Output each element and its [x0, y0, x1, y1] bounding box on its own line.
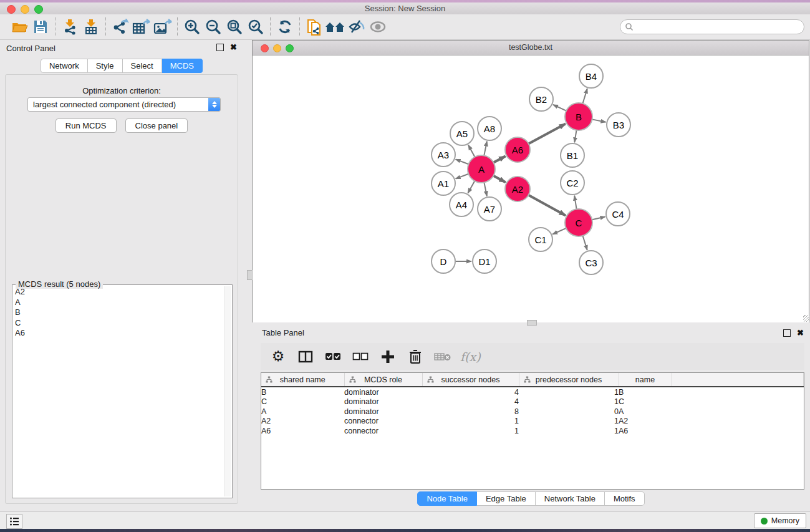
table-row-A6[interactable]: A6connector11A6	[261, 426, 804, 436]
edge-C-C1[interactable]	[552, 228, 566, 235]
network-node-D[interactable]: D	[431, 249, 456, 274]
edge-A-A5[interactable]	[468, 145, 475, 157]
close-panel-icon[interactable]: ✖	[230, 44, 237, 51]
select-all-button[interactable]	[322, 346, 344, 367]
mcds-result-item[interactable]: A	[12, 297, 224, 308]
clone-network-button[interactable]	[304, 17, 325, 37]
tab-network[interactable]: Network	[41, 59, 88, 73]
search-input[interactable]	[636, 22, 804, 32]
show-task-history-button[interactable]	[6, 514, 22, 529]
network-node-A2[interactable]: A2	[504, 176, 531, 202]
network-node-A4[interactable]: A4	[449, 192, 474, 217]
import-table-button[interactable]	[80, 17, 102, 37]
minimize-network-button[interactable]	[273, 44, 281, 52]
zoom-out-button[interactable]	[203, 17, 224, 37]
run-mcds-button[interactable]: Run MCDS	[55, 118, 117, 133]
memory-button[interactable]: Memory	[754, 513, 806, 528]
edge-C-C4[interactable]	[592, 217, 605, 220]
open-session-button[interactable]	[9, 17, 30, 37]
zoom-in-button[interactable]	[181, 17, 203, 37]
criterion-select[interactable]: largest connected component (directed)	[27, 97, 221, 112]
network-horizontal-scroll-thumb[interactable]	[527, 320, 537, 326]
edge-A-A1[interactable]	[456, 174, 469, 179]
network-node-B4[interactable]: B4	[579, 64, 604, 89]
close-panel-button[interactable]: Close panel	[125, 118, 188, 133]
tab-network-table[interactable]: Network Table	[536, 491, 605, 506]
table-row-A[interactable]: Adominator80A	[261, 407, 804, 417]
tab-edge-table[interactable]: Edge Table	[477, 491, 536, 506]
edge-A-A8[interactable]	[484, 142, 487, 156]
network-node-B[interactable]: B	[564, 102, 593, 131]
refresh-button[interactable]	[274, 17, 296, 37]
edge-A-A4[interactable]	[468, 181, 475, 193]
mcds-result-item[interactable]: C	[12, 318, 224, 329]
edge-A-A7[interactable]	[484, 183, 486, 196]
export-image-button[interactable]	[152, 17, 173, 37]
zoom-selected-button[interactable]	[245, 17, 266, 37]
edge-C-C2[interactable]	[574, 196, 576, 210]
network-node-C4[interactable]: C4	[605, 201, 630, 226]
mcds-result-item[interactable]: A6	[12, 328, 224, 339]
edge-B-B4[interactable]	[582, 89, 587, 104]
network-node-B3[interactable]: B3	[606, 112, 631, 137]
edge-B-B2[interactable]	[553, 105, 566, 111]
network-node-A[interactable]: A	[467, 155, 496, 183]
close-window-button[interactable]	[7, 5, 16, 14]
network-node-A1[interactable]: A1	[431, 171, 456, 196]
network-node-C1[interactable]: C1	[528, 227, 553, 252]
column-header-name[interactable]: name	[619, 373, 672, 387]
network-node-A3[interactable]: A3	[431, 142, 456, 167]
close-panel-icon[interactable]: ✖	[797, 329, 804, 337]
network-node-A5[interactable]: A5	[450, 121, 475, 146]
network-canvas[interactable]: B4B2BB3A5A8A6A3B1AA1C2A2A4A7CC4C1DD1C3	[253, 56, 809, 322]
edge-A6-B[interactable]	[529, 123, 566, 143]
import-network-button[interactable]	[59, 17, 80, 37]
network-node-C2[interactable]: C2	[560, 170, 585, 195]
maximize-network-button[interactable]	[286, 44, 294, 52]
hide-show-panels-button[interactable]	[346, 17, 367, 37]
result-scrollbar[interactable]	[224, 286, 231, 496]
edge-A-A2[interactable]	[493, 176, 505, 183]
minimize-window-button[interactable]	[21, 5, 29, 14]
show-column-button[interactable]	[294, 346, 317, 367]
tab-motifs[interactable]: Motifs	[605, 491, 645, 506]
column-header-predecessor-nodes[interactable]: predecessor nodes	[519, 373, 619, 387]
delete-column-button[interactable]	[404, 346, 427, 367]
column-header-successor-nodes[interactable]: successor nodes	[422, 373, 519, 387]
network-resize-grip[interactable]	[803, 315, 809, 322]
function-builder-button-disabled[interactable]: f(x)	[460, 350, 481, 364]
edge-A-A6[interactable]	[493, 156, 505, 162]
show-graphics-button[interactable]	[367, 17, 388, 37]
mcds-result-list[interactable]: A2ABCA6	[12, 287, 224, 496]
edge-A2-C[interactable]	[529, 195, 566, 216]
float-panel-icon[interactable]	[783, 329, 791, 337]
column-header-MCDS-role[interactable]: MCDS role	[344, 373, 422, 387]
deselect-all-button[interactable]	[349, 346, 372, 367]
zoom-fit-button[interactable]	[224, 17, 245, 37]
add-column-button[interactable]	[377, 346, 399, 367]
tab-select[interactable]: Select	[123, 59, 162, 73]
network-node-A7[interactable]: A7	[477, 196, 502, 221]
edge-B-B1[interactable]	[574, 130, 576, 143]
mcds-result-item[interactable]: A2	[12, 287, 224, 297]
network-vertical-scroll-thumb[interactable]	[247, 270, 253, 280]
network-node-C3[interactable]: C3	[579, 250, 604, 275]
tab-style[interactable]: Style	[88, 59, 123, 73]
network-node-B2[interactable]: B2	[529, 87, 554, 112]
export-network-button[interactable]	[110, 17, 131, 37]
network-node-A6[interactable]: A6	[504, 137, 531, 163]
network-node-D1[interactable]: D1	[472, 249, 497, 274]
table-settings-button[interactable]: ⚙	[267, 346, 289, 367]
maximize-window-button[interactable]	[34, 5, 43, 14]
network-node-C[interactable]: C	[564, 208, 593, 237]
table-row-B[interactable]: Bdominator41B	[261, 387, 804, 397]
table-row-A2[interactable]: A2connector11A2	[261, 417, 804, 427]
column-header-shared-name[interactable]: shared name	[261, 373, 344, 387]
export-table-button[interactable]	[131, 17, 152, 37]
edge-B-B3[interactable]	[592, 119, 606, 122]
tab-mcds[interactable]: MCDS	[162, 59, 203, 73]
network-node-B1[interactable]: B1	[560, 143, 585, 168]
table-row-C[interactable]: Cdominator41C	[261, 397, 804, 407]
close-network-button[interactable]	[261, 44, 269, 52]
home-view-button[interactable]	[325, 17, 346, 37]
